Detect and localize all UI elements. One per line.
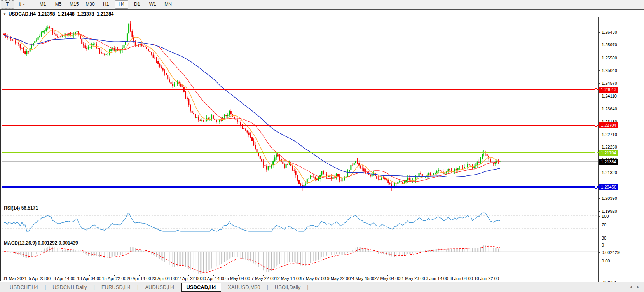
time-tick-label: 5 Apr 23:00 <box>29 276 51 281</box>
rsi-tick-label: 0 <box>602 243 604 247</box>
chart-tab-bar: USDCHF,H4|USDCNH,Daily|EURUSD,H4|AUDUSD,… <box>0 282 644 292</box>
line-anchor-marker[interactable] <box>595 88 597 91</box>
time-tick-label: 15 Apr 22:00 <box>102 276 126 281</box>
price-tick-mark <box>599 83 600 84</box>
price-tick-label: 1.19920 <box>602 209 617 213</box>
chart-tabs: USDCHF,H4|USDCNH,Daily|EURUSD,H4|AUDUSD,… <box>4 283 309 292</box>
tab-separator: | <box>267 284 268 290</box>
macd-tick-mark <box>599 252 600 253</box>
timeframe-button-h4[interactable]: H4 <box>115 0 128 9</box>
panel-separator[interactable] <box>1 239 644 239</box>
time-tick-label: 10 Jun 22:00 <box>474 276 499 281</box>
symbol-label: USDCAD,H4 <box>9 11 36 17</box>
price-tick-mark <box>599 198 600 199</box>
line-anchor-marker[interactable] <box>595 124 597 127</box>
chevron-down-icon: ▾ <box>23 3 25 6</box>
time-tick-label: 19 May 22:00 <box>325 276 351 281</box>
top-toolbar: T ⇅ ▾ M1M5M15M30H1H4D1W1MN <box>0 0 644 9</box>
cycle-tool-button[interactable]: ⇅ ▾ <box>15 0 28 9</box>
timeframe-button-h1[interactable]: H1 <box>99 0 113 9</box>
price-level-tag: 1.21704 <box>599 150 618 156</box>
rsi-label: RSI(14) 56.5171 <box>4 205 38 211</box>
price-tick-mark <box>599 96 600 96</box>
tab-usdchf-h4[interactable]: USDCHF,H4 <box>4 283 44 291</box>
price-chart-canvas[interactable] <box>2 17 598 204</box>
price-tick-mark <box>599 45 600 45</box>
tab-audusd-h4[interactable]: AUDUSD,H4 <box>139 283 180 291</box>
tab-scroll-right-icon[interactable]: ▸ <box>637 284 639 289</box>
price-tick-label: 1.23640 <box>602 107 617 111</box>
toolbar-grip[interactable] <box>31 1 33 7</box>
tab-usoil-daily[interactable]: USOil,Daily <box>269 283 306 291</box>
price-tick-mark <box>599 135 600 135</box>
price-tick-mark <box>599 122 600 122</box>
time-tick-label: 27 Apr 22:00 <box>176 276 201 281</box>
price-tick-label: 1.25040 <box>602 68 617 73</box>
current-price-tag: 1.21384 <box>599 159 618 165</box>
support-line[interactable] <box>2 186 599 188</box>
mt4-window: T ⇅ ▾ M1M5M15M30H1H4D1W1MN ▼ USDCAD,H4 1… <box>0 0 644 292</box>
time-tick-label: 12 May 14:00 <box>275 276 301 281</box>
price-tick-mark <box>599 211 600 212</box>
timeframe-button-group: M1M5M15M30H1H4D1W1MN <box>36 0 175 9</box>
panel-separator[interactable] <box>1 204 644 204</box>
price-tick-mark <box>599 32 600 33</box>
tab-xauusd-m30[interactable]: XAUUSD,M30 <box>222 283 266 291</box>
time-tick-label: 30 Apr 14:00 <box>201 276 225 281</box>
timeframe-button-m1[interactable]: M1 <box>36 0 49 9</box>
tab-eurusd-h4[interactable]: EURUSD,H4 <box>96 283 136 291</box>
timeframe-button-m15[interactable]: M15 <box>67 0 81 9</box>
price-tick-label: 1.24110 <box>602 94 617 98</box>
chart-title: ▼ USDCAD,H4 1.21398 1.21448 1.21378 1.21… <box>3 11 114 17</box>
resistance-line[interactable] <box>2 89 599 90</box>
macd-tick-label: 0.002429 <box>602 250 620 255</box>
line-anchor-marker[interactable] <box>595 186 597 189</box>
price-tick-label: 1.22710 <box>602 132 617 137</box>
time-tick-label: 31 May 23:00 <box>399 276 425 281</box>
price-tick-label: 1.26430 <box>602 30 617 35</box>
price-tick-label: 1.20390 <box>602 196 617 201</box>
price-tick-label: 1.24570 <box>602 81 617 86</box>
price-tick-label: 1.21320 <box>602 170 617 175</box>
tab-separator: | <box>93 284 94 290</box>
price-tick-mark <box>599 70 600 71</box>
rsi-tick-mark <box>599 245 600 245</box>
price-level-tag: 1.22704 <box>599 122 618 128</box>
ohlc-high: 1.21448 <box>58 11 74 17</box>
timeframe-button-mn[interactable]: MN <box>162 0 175 9</box>
timeframe-button-m5[interactable]: M5 <box>52 0 65 9</box>
tab-separator: | <box>45 284 46 290</box>
rsi-tick-mark <box>599 216 600 217</box>
time-tick-label: 8 Apr 14:00 <box>54 276 75 281</box>
tab-usdcnh-daily[interactable]: USDCNH,Daily <box>47 283 92 291</box>
rsi-tick-label: 70 <box>602 222 606 227</box>
time-tick-label: 5 May 04:00 <box>227 276 250 281</box>
time-tick-label: 17 May 07:00 <box>300 276 326 281</box>
tab-separator: | <box>137 284 138 290</box>
timeframe-button-d1[interactable]: D1 <box>131 0 144 9</box>
rsi-tick-mark <box>599 225 600 225</box>
rsi-canvas[interactable] <box>2 205 598 239</box>
collapse-caret-icon[interactable]: ▼ <box>3 12 6 16</box>
text-label-tool-button[interactable]: T <box>1 0 14 9</box>
support-line[interactable] <box>2 152 599 153</box>
cycle-icon: ⇅ <box>18 2 22 7</box>
resistance-line[interactable] <box>2 125 599 126</box>
line-anchor-marker[interactable] <box>595 152 597 154</box>
tab-scroll-left-icon[interactable]: ◂ <box>630 284 632 289</box>
time-tick-label: 13 Apr 04:00 <box>77 276 101 281</box>
macd-canvas[interactable] <box>2 240 598 275</box>
time-tick-label: 27 May 04:00 <box>374 276 400 281</box>
tab-separator: | <box>307 284 308 290</box>
time-tick-label: 31 Mar 2021 <box>3 276 27 281</box>
time-axis[interactable]: 31 Mar 20215 Apr 23:008 Apr 14:0013 Apr … <box>1 275 644 282</box>
time-tick-label: 8 Jun 04:00 <box>450 276 473 281</box>
price-tick-mark <box>599 109 600 109</box>
toolbar-grip-right[interactable] <box>180 1 182 7</box>
macd-tick-mark <box>599 261 600 261</box>
price-tick-mark <box>599 173 600 173</box>
price-tick-label: 1.25500 <box>602 56 617 60</box>
timeframe-button-m30[interactable]: M30 <box>83 0 97 9</box>
tab-usdcad-h4[interactable]: USDCAD,H4 <box>181 283 222 292</box>
timeframe-button-w1[interactable]: W1 <box>146 0 159 9</box>
